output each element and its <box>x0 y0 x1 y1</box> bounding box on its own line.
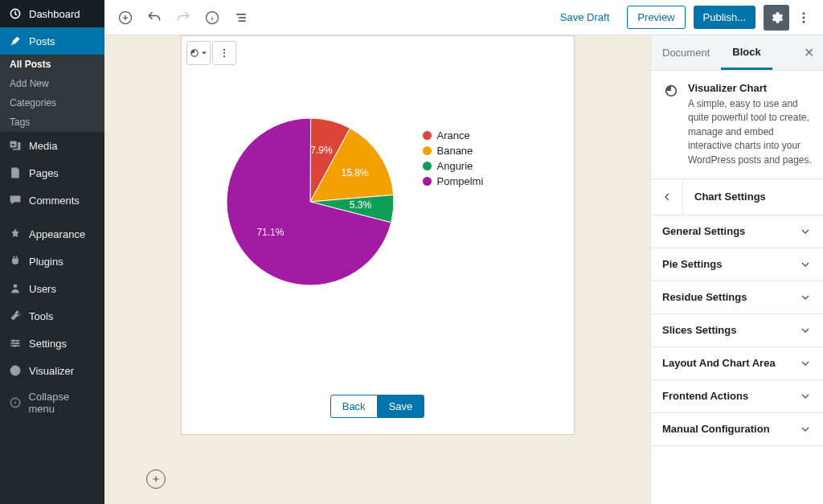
block-description: A simple, easy to use and quite powerful… <box>688 97 812 167</box>
accordion-pie-settings[interactable]: Pie Settings <box>651 248 823 281</box>
svg-point-4 <box>12 339 14 342</box>
sidebar-item-comments[interactable]: Comments <box>0 186 104 214</box>
block-back-button[interactable]: Back <box>330 395 378 418</box>
sidebar-label: Dashboard <box>29 8 80 20</box>
info-button[interactable] <box>199 5 225 31</box>
visualizer-icon <box>8 363 23 378</box>
users-icon <box>8 281 23 296</box>
chevron-down-icon <box>799 291 812 304</box>
chevron-down-icon <box>799 225 812 238</box>
sidebar-item-pages[interactable]: Pages <box>0 159 104 186</box>
accordion-frontend-actions[interactable]: Frontend Actions <box>651 380 823 413</box>
block-type-dropdown[interactable] <box>186 41 211 65</box>
save-draft-link[interactable]: Save Draft <box>551 5 619 30</box>
plugins-icon <box>8 254 23 268</box>
undo-button[interactable] <box>141 5 167 31</box>
svg-point-7 <box>10 366 21 376</box>
sidebar-item-posts[interactable]: Posts <box>0 27 104 55</box>
insert-block-button[interactable] <box>146 469 166 489</box>
svg-rect-12 <box>239 17 246 18</box>
accordion-slices-settings[interactable]: Slices Settings <box>651 314 823 347</box>
add-block-button[interactable] <box>113 5 138 31</box>
accordion-general-settings[interactable]: General Settings <box>651 215 823 248</box>
pie-chart: 7.9%15.8%5.3%71.1% AranceBananeAnguriePo… <box>182 65 574 387</box>
sidebar-item-users[interactable]: Users <box>0 275 104 302</box>
sidebar-item-plugins[interactable]: Plugins <box>0 248 104 275</box>
sidebar-sub-all-posts[interactable]: All Posts <box>0 55 104 74</box>
outline-button[interactable] <box>228 5 254 31</box>
sidebar-item-appearance[interactable]: Appearance <box>0 220 104 248</box>
sidebar-item-tools[interactable]: Tools <box>0 302 104 330</box>
legend-item: Arance <box>423 129 484 141</box>
chevron-down-icon <box>799 357 812 370</box>
sidebar-item-dashboard[interactable]: Dashboard <box>0 0 104 27</box>
block-save-button[interactable]: Save <box>377 395 425 418</box>
close-panel-button[interactable]: ✕ <box>794 35 823 70</box>
svg-rect-13 <box>239 20 246 22</box>
sidebar-label: Posts <box>29 35 55 47</box>
chart-legend: AranceBananeAnguriePompelmi <box>423 129 484 191</box>
pin-icon <box>8 34 23 48</box>
more-menu-button[interactable] <box>792 5 815 31</box>
legend-item: Angurie <box>423 160 484 172</box>
legend-item: Pompelmi <box>423 175 484 187</box>
tab-block[interactable]: Block <box>721 35 772 70</box>
slice-label: 71.1% <box>256 227 284 238</box>
chevron-down-icon <box>799 258 812 271</box>
settings-gear-button[interactable] <box>764 5 789 31</box>
sidebar-sub-add-new[interactable]: Add New <box>0 74 104 93</box>
panel-section-heading: Chart Settings <box>683 191 823 203</box>
slice-label: 7.9% <box>310 145 332 156</box>
svg-point-19 <box>223 55 224 57</box>
pages-icon <box>8 166 23 180</box>
svg-point-14 <box>803 12 805 14</box>
svg-point-18 <box>223 52 224 54</box>
svg-point-0 <box>14 284 18 288</box>
editor-topbar: Save Draft Preview Publish... <box>104 0 823 35</box>
pie-icon <box>662 82 680 100</box>
media-icon <box>8 138 23 153</box>
sidebar-sub-tags[interactable]: Tags <box>0 113 104 132</box>
block-more-button[interactable] <box>212 41 236 65</box>
slice-label: 5.3% <box>350 199 371 211</box>
comments-icon <box>8 193 23 207</box>
publish-button[interactable]: Publish... <box>694 6 755 29</box>
redo-button[interactable] <box>170 5 196 31</box>
slice-label: 15.8% <box>342 167 369 178</box>
chart-settings-back-button[interactable] <box>651 179 683 215</box>
chevron-down-icon <box>799 324 812 337</box>
chevron-down-icon <box>799 423 812 436</box>
wp-admin-sidebar: Dashboard Posts All Posts Add New Catego… <box>0 0 104 504</box>
svg-point-16 <box>803 20 805 23</box>
accordion-layout-and-chart-area[interactable]: Layout And Chart Area <box>651 347 823 380</box>
visualizer-chart-block[interactable]: 7.9%15.8%5.3%71.1% AranceBananeAnguriePo… <box>181 35 575 435</box>
appearance-icon <box>8 227 23 241</box>
accordion-residue-settings[interactable]: Residue Settings <box>651 281 823 314</box>
sidebar-item-settings[interactable]: Settings <box>0 330 104 357</box>
svg-point-5 <box>16 342 18 344</box>
svg-point-17 <box>223 49 224 51</box>
sidebar-item-collapse[interactable]: Collapse menu <box>0 384 104 421</box>
editor-canvas: 7.9%15.8%5.3%71.1% AranceBananeAnguriePo… <box>104 35 650 504</box>
block-name: Visualizer Chart <box>688 82 812 94</box>
svg-rect-11 <box>236 14 246 15</box>
accordion-manual-configuration[interactable]: Manual Configuration <box>651 413 823 446</box>
dashboard-icon <box>8 6 23 21</box>
legend-item: Banane <box>423 145 484 157</box>
block-toolbar <box>182 36 574 65</box>
sidebar-item-media[interactable]: Media <box>0 132 104 159</box>
svg-point-15 <box>803 16 805 18</box>
block-inspector: Document Block ✕ Visualizer Chart A simp… <box>650 35 823 504</box>
settings-icon <box>8 336 23 350</box>
sidebar-sub-categories[interactable]: Categories <box>0 93 104 113</box>
sidebar-item-visualizer[interactable]: Visualizer <box>0 357 104 384</box>
tools-icon <box>8 309 23 323</box>
chevron-down-icon <box>799 390 812 403</box>
preview-button[interactable]: Preview <box>627 6 685 29</box>
svg-point-6 <box>14 345 16 347</box>
collapse-icon <box>8 395 23 410</box>
tab-document[interactable]: Document <box>651 35 721 70</box>
